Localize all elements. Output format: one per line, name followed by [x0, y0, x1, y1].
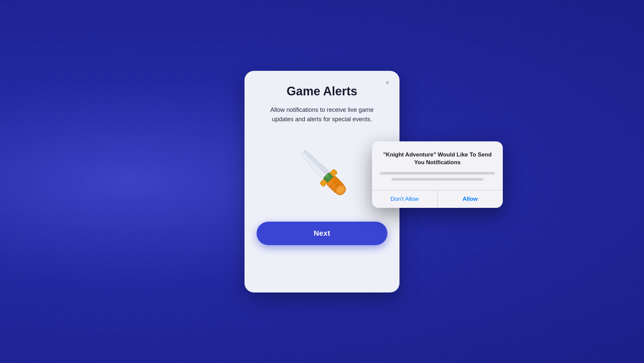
modal-title: Game Alerts [287, 84, 358, 98]
ios-notification-popup: "Knight Adventure" Would Like To Send Yo… [372, 141, 503, 208]
sword-svg [288, 138, 356, 205]
ios-popup-buttons: Don't Allow Allow [372, 190, 503, 208]
sword-illustration [285, 134, 359, 208]
dont-allow-button[interactable]: Don't Allow [372, 190, 438, 208]
allow-button[interactable]: Allow [438, 190, 503, 208]
modal-description: Allow notifications to receive live game… [257, 105, 387, 125]
scene-container: × Game Alerts Allow notifications to rec… [245, 71, 399, 292]
close-icon: × [385, 79, 389, 87]
ios-bar-long [380, 172, 495, 175]
ios-popup-title: "Knight Adventure" Would Like To Send Yo… [380, 151, 495, 167]
ios-popup-content: "Knight Adventure" Would Like To Send Yo… [372, 141, 503, 188]
close-button[interactable]: × [382, 78, 393, 88]
ios-bar-short [391, 178, 483, 181]
next-button[interactable]: Next [257, 222, 387, 245]
